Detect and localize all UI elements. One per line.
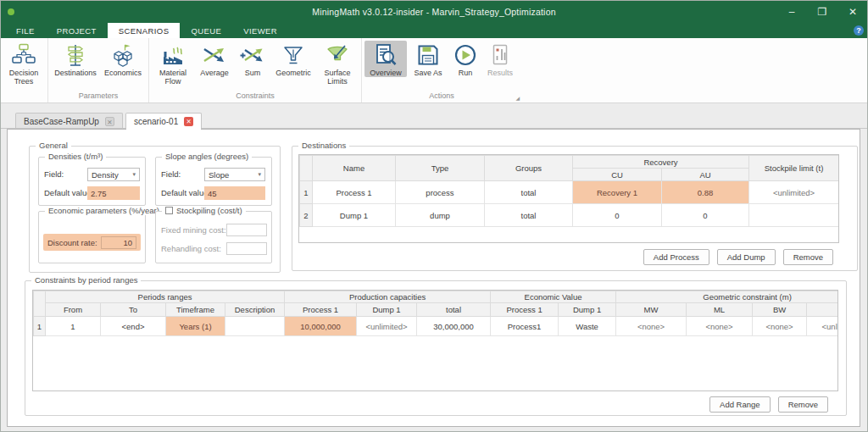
add-dump-button[interactable]: Add Dump: [717, 249, 776, 265]
menu-scenarios[interactable]: SCENARIOS: [108, 23, 181, 38]
destinations-table-wrap: Name Type Groups Recovery Stockpile limi…: [298, 154, 839, 243]
group-launcher-icon[interactable]: ◢: [515, 95, 520, 101]
close-icon[interactable]: ✕: [837, 0, 868, 23]
cell-ev-process1[interactable]: Process1: [491, 317, 559, 336]
sum-button[interactable]: Sum: [235, 41, 270, 77]
scenario-tabbar: BaseCase-RampUp ✕ scenario-01 ✕: [0, 112, 868, 129]
cell-bw[interactable]: <none>: [753, 317, 807, 336]
tab-close-icon[interactable]: ✕: [105, 117, 114, 126]
decision-trees-button[interactable]: Decision Trees: [3, 41, 45, 86]
col-type: Type: [396, 156, 485, 181]
economic-groupbox: Economic parameters (%/year) Discount ra…: [38, 211, 146, 263]
menu-viewer[interactable]: VIEWER: [232, 23, 288, 38]
cell-stockpile[interactable]: [749, 204, 839, 227]
material-flow-icon: [159, 42, 186, 68]
row-number[interactable]: 1: [34, 317, 46, 336]
slope-field-dropdown[interactable]: Slope ▾: [204, 168, 265, 181]
cell-prod-total[interactable]: 30,000,000: [417, 317, 491, 336]
remove-range-button[interactable]: Remove: [778, 396, 828, 413]
slope-default-input[interactable]: 45: [204, 186, 265, 200]
cell-recovery-au[interactable]: 0.88: [662, 181, 749, 204]
row-number[interactable]: 2: [300, 204, 313, 227]
run-button[interactable]: Run: [449, 41, 481, 77]
results-button[interactable]: Results: [481, 41, 519, 77]
stockpiling-checkbox[interactable]: [165, 207, 173, 214]
cell-recovery-au[interactable]: 0: [662, 204, 749, 227]
fixed-mining-cost-label: Fixed mining cost:: [161, 225, 226, 235]
help-icon[interactable]: ?: [854, 25, 864, 36]
restore-icon[interactable]: ❐: [807, 0, 837, 23]
cell-stockpile[interactable]: <unlimited>: [749, 181, 839, 204]
col-from: From: [46, 303, 101, 317]
cell-mw[interactable]: <none>: [616, 317, 687, 336]
tab-scenario-01[interactable]: scenario-01 ✕: [125, 113, 202, 129]
table-row: 2 Dump 1 dump total 0 0: [300, 204, 839, 227]
discount-rate-field[interactable]: Discount rate: 10: [43, 234, 141, 251]
row-number[interactable]: 1: [300, 181, 313, 204]
destinations-button[interactable]: Destinations: [51, 41, 100, 77]
average-icon: [201, 42, 228, 68]
results-label: Results: [487, 69, 513, 77]
slope-field-value: Slope: [209, 170, 229, 180]
average-label: Average: [200, 69, 228, 77]
cell-recovery-cu[interactable]: 0: [573, 204, 662, 227]
general-groupbox: General Densities (t/m³) Field: Density …: [29, 146, 281, 273]
results-icon: [487, 42, 514, 68]
rehandling-cost-input[interactable]: [226, 242, 267, 255]
overview-icon: [372, 42, 399, 68]
discount-rate-input[interactable]: 10: [101, 236, 136, 249]
economics-button[interactable]: Economics: [100, 41, 146, 77]
material-flow-button[interactable]: Material Flow: [152, 41, 194, 86]
surface-limits-button[interactable]: Surface Limits: [316, 41, 359, 86]
tab-close-icon[interactable]: ✕: [184, 117, 193, 126]
remove-destination-button[interactable]: Remove: [783, 249, 833, 265]
densities-groupbox: Densities (t/m³) Field: Density ▾ Defaul…: [38, 157, 146, 206]
cell-recovery-cu[interactable]: Recovery 1: [573, 181, 662, 204]
economics-label: Economics: [104, 69, 142, 77]
cell-prod-dump1[interactable]: <unlimited>: [357, 317, 417, 336]
col-timeframe: Timeframe: [166, 303, 225, 317]
col-au: AU: [662, 169, 749, 181]
destinations-table: Name Type Groups Recovery Stockpile limi…: [299, 155, 839, 227]
overview-button[interactable]: Overview: [364, 41, 407, 77]
cell-groups[interactable]: total: [485, 181, 573, 204]
average-button[interactable]: Average: [194, 41, 235, 77]
tab-basecase-rampup[interactable]: BaseCase-RampUp ✕: [15, 113, 123, 129]
surface-limits-icon: [324, 42, 351, 68]
minimize-icon[interactable]: –: [776, 0, 807, 23]
save-as-label: Save As: [414, 69, 442, 77]
cell-ev-dump1[interactable]: Waste: [559, 317, 616, 336]
ribbon-group-label: Parameters: [51, 90, 146, 102]
table-row: 1 Process 1 process total Recovery 1 0.8…: [300, 181, 839, 204]
densities-field-value: Density: [92, 170, 119, 180]
geometric-icon: [280, 42, 307, 68]
cell-type[interactable]: process: [396, 181, 485, 204]
group-geometric-constraint: Geometric constraint (m): [616, 291, 838, 303]
cell-timeframe[interactable]: Years (1): [166, 317, 225, 336]
cell-name[interactable]: Process 1: [313, 181, 396, 204]
cell-name[interactable]: Dump 1: [313, 204, 396, 227]
add-process-button[interactable]: Add Process: [643, 249, 709, 265]
geometric-button[interactable]: Geometric: [270, 41, 316, 77]
cell-groups[interactable]: total: [485, 204, 573, 227]
menu-queue[interactable]: QUEUE: [180, 23, 232, 38]
cell-from[interactable]: 1: [46, 317, 101, 336]
cell-ml[interactable]: <none>: [687, 317, 753, 336]
cell-to[interactable]: <end>: [101, 317, 166, 336]
menubar: FILE PROJECT SCENARIOS QUEUE VIEWER ?: [0, 23, 868, 38]
cell-extra[interactable]: <unlimited>: [807, 317, 838, 336]
add-range-button[interactable]: Add Range: [709, 396, 771, 413]
economic-label: Economic parameters (%/year): [45, 206, 163, 215]
economics-icon: [109, 42, 136, 68]
densities-field-dropdown[interactable]: Density ▾: [87, 168, 140, 181]
densities-default-input[interactable]: 2.75: [87, 186, 140, 200]
menu-file[interactable]: FILE: [5, 23, 46, 38]
col-prod-total: total: [417, 303, 491, 317]
cell-prod-process1[interactable]: 10,000,000: [285, 317, 357, 336]
tab-label: scenario-01: [134, 117, 178, 126]
menu-project[interactable]: PROJECT: [46, 23, 108, 38]
save-as-button[interactable]: Save As: [407, 41, 449, 77]
fixed-mining-cost-input[interactable]: [226, 224, 267, 236]
cell-description[interactable]: [225, 317, 285, 336]
cell-type[interactable]: dump: [396, 204, 485, 227]
